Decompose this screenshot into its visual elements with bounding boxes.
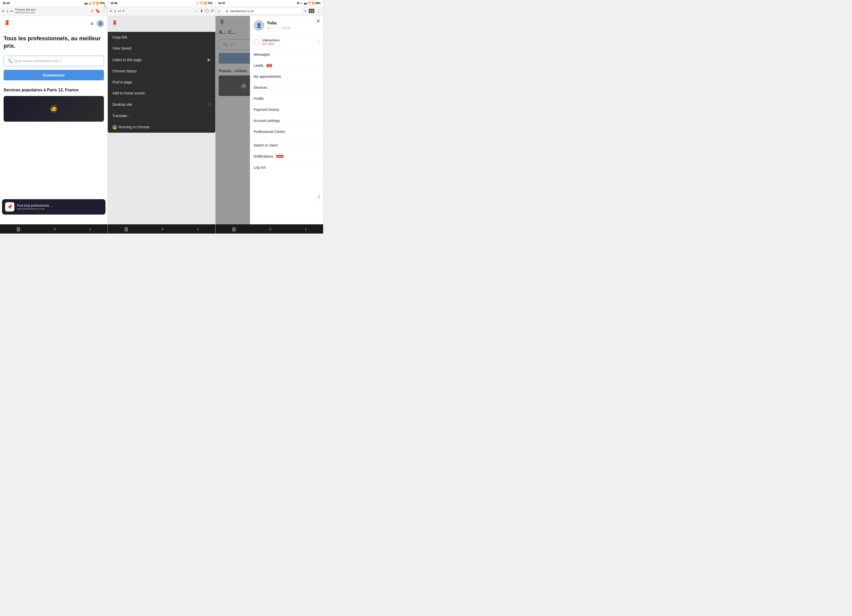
drawer-item-account[interactable]: Account settings (250, 115, 323, 126)
tabs-count-3[interactable]: 12 (309, 9, 314, 13)
page-title-2: F (123, 9, 193, 12)
add-home-label: Add to Home screen (112, 91, 145, 95)
drawer-item-logout[interactable]: Log out (250, 162, 323, 173)
nav-back-3[interactable]: ‹ (305, 226, 307, 232)
avatar-1[interactable]: 👤 (97, 20, 104, 27)
translate-label: Translate... (112, 114, 130, 118)
phone-panel-3: 14:37 M 📧 📷 ⏰ 📶 65% ⌂ 🔒 starofservice.co… (216, 0, 323, 234)
tab-switch-icon-1[interactable]: ⇌ (10, 9, 14, 13)
nav-back-1[interactable]: ‹ (89, 226, 91, 232)
dropdown-add-home[interactable]: Add to Home screen → (108, 88, 215, 99)
desktop-checkbox-icon: □ (208, 102, 211, 107)
interactions-label: Interactions (262, 38, 279, 42)
drawer-close-button[interactable]: ✕ (316, 18, 320, 24)
leads-badge: 12 (266, 64, 272, 67)
down-arrow-icon-1[interactable]: ∨ (6, 9, 9, 13)
status-bar-3: 14:37 M 📧 📷 ⏰ 📶 65% (216, 0, 323, 6)
home-icon-3[interactable]: ⌂ (218, 9, 220, 14)
copy-link-label: Copy link (112, 35, 127, 39)
search-placeholder-1: Quel service recherchez-vous ? (15, 59, 62, 63)
status-icons-2: 📋 ⏰ 📶 76% (196, 2, 213, 5)
url-text-3: starofservice.co.uk (230, 9, 254, 12)
address-bar-3: ⌂ 🔒 starofservice.co.uk + 12 ⋮ (216, 6, 323, 16)
dropdown-translate[interactable]: Translate... (108, 110, 215, 121)
reload-icon-2[interactable]: ↺ (210, 9, 214, 13)
logout-label: Log out (254, 165, 266, 169)
nav-bars-1[interactable]: ||| (17, 226, 20, 232)
payment-label: Payment history (254, 107, 279, 112)
p1-topbar: 📌 ≡ 👤 (4, 20, 104, 27)
services-label: Services (254, 86, 267, 89)
switch-label: Switch to client (254, 143, 277, 147)
drawer-item-services[interactable]: Services (250, 82, 323, 93)
drawer-item-appointments[interactable]: My appointments (250, 71, 323, 82)
help-icon[interactable]: ? (317, 40, 319, 44)
find-label: Find in page (112, 80, 132, 84)
bell-icon: 🔔 (88, 2, 91, 5)
status-bar-2: 15:05 📋 ⏰ 📶 76% (108, 0, 215, 6)
drawer-item-messages[interactable]: Messages (250, 49, 323, 60)
new-badge: New (276, 155, 284, 158)
address-bar-2: ✕ ∨ ⇌ F → ⬇ ⓘ ↺ (108, 6, 215, 16)
phone-panel-1: 15:10 📷 🔔 ⏰ 📶 75% ✕ ∨ ⇌ Trouvez des pro.… (0, 0, 108, 234)
down-arrow-icon-2[interactable]: ∨ (114, 9, 116, 13)
drawer-rating: 0.0 (0) (282, 26, 290, 30)
bottom-nav-1: ||| ○ ‹ (0, 224, 107, 234)
cta-button-1[interactable]: Commencer (4, 70, 104, 80)
interactions-used: 0/2 used (262, 42, 279, 46)
dropdown-find[interactable]: Find in page (108, 77, 215, 88)
download-icon-2[interactable]: ⬇ (200, 9, 203, 13)
dropdown-desktop[interactable]: Desktop site □ (108, 99, 215, 110)
chrome-logo (112, 125, 117, 129)
battery-text-3: 65% (316, 2, 320, 5)
more-icon-3[interactable]: ⋮ (316, 8, 321, 14)
nav-home-2[interactable]: ○ (161, 226, 164, 232)
forward-icon-2[interactable]: → (194, 9, 198, 13)
dropdown-copy-link[interactable]: Copy link (108, 32, 215, 43)
nav-bars-3[interactable]: ||| (232, 226, 236, 232)
star-icons: ★☆☆☆☆ (267, 26, 281, 30)
img-bg-1: 🧔 (4, 96, 104, 122)
nav-home-1[interactable]: ○ (53, 226, 56, 232)
tab-switch-icon-2[interactable]: ⇌ (118, 9, 121, 13)
alarm-icon-2: ⏰ (200, 2, 203, 5)
nav-bars-2[interactable]: ||| (124, 226, 128, 232)
secure-icon-3: 🔒 (225, 9, 229, 12)
nav-home-3[interactable]: ○ (269, 226, 272, 232)
info-icon-2[interactable]: ⓘ (205, 9, 209, 13)
page-domain-1: starofservice.com (15, 11, 89, 14)
drawer-item-switch[interactable]: Switch to client (250, 140, 323, 151)
hamburger-icon-1[interactable]: ≡ (91, 21, 94, 27)
dropdown-view-saved[interactable]: View Saved (108, 43, 215, 54)
drawer-username: Yulia (267, 21, 319, 26)
drawer-user-section: 👤 Yulia ★☆☆☆☆ 0.0 (0) (250, 16, 323, 35)
drawer-item-leads[interactable]: Leads 12 (250, 60, 323, 71)
wifi-icon: 📶 (96, 2, 99, 5)
install-banner[interactable]: 📌 Find local professionals ... www.staro… (2, 199, 106, 214)
plus-icon-3[interactable]: + (304, 9, 307, 14)
search-box-1[interactable]: 🔍 Quel service recherchez-vous ? (4, 56, 104, 66)
page-title-1: Trouvez des pro... (15, 8, 89, 11)
battery-text-2: 76% (208, 2, 213, 5)
bookmark-icon-1[interactable]: 🔖 (95, 9, 100, 13)
drawer-item-profile[interactable]: Profile (250, 93, 323, 104)
close-icon-2[interactable]: ✕ (109, 9, 112, 13)
drawer-item-notifications[interactable]: Notifications New (250, 151, 323, 162)
interactions-info: Interactions 0/2 used (262, 38, 279, 46)
share-icon-1[interactable]: ↗ (90, 9, 94, 13)
install-icon: 📌 (5, 202, 14, 211)
nav-back-2[interactable]: ‹ (197, 226, 199, 232)
image-card-1: 🧔 (4, 96, 104, 122)
drawer-item-payment[interactable]: Payment history (250, 104, 323, 115)
dropdown-listen[interactable]: Listen to this page ▶ (108, 54, 215, 66)
messages-label: Messages (254, 52, 270, 56)
addr-actions-1: ↗ 🔖 ⋮ (90, 9, 106, 13)
dropdown-history[interactable]: Chrome history (108, 66, 215, 77)
address-bar-1: ✕ ∨ ⇌ Trouvez des pro... starofservice.c… (0, 6, 107, 16)
drawer-item-pro-centre[interactable]: Professional Centre (250, 126, 323, 137)
dropdown-running-chrome: Running in Chrome (108, 121, 215, 133)
url-box-3[interactable]: 🔒 starofservice.co.uk (222, 8, 303, 14)
url-block-2: F (123, 9, 193, 12)
close-icon-1[interactable]: ✕ (2, 9, 5, 13)
notifications-label: Notifications (254, 154, 273, 159)
